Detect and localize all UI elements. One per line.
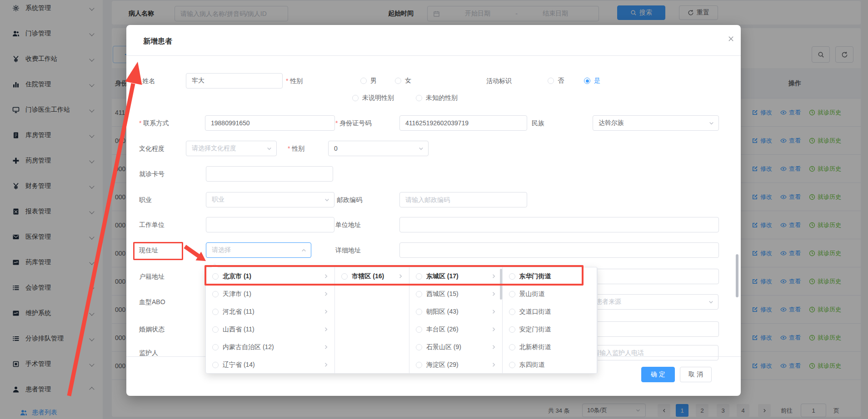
radio-icon[interactable] — [341, 273, 348, 280]
cascader-option[interactable]: 东华门街道 — [503, 267, 597, 285]
cascader-option-label: 市辖区 (16) — [352, 272, 384, 281]
cascader-city-column: 市辖区 (16) — [335, 267, 409, 373]
radio-icon[interactable] — [509, 273, 515, 280]
radio-icon[interactable] — [509, 326, 515, 333]
active-flag-radio-yes[interactable]: 是 — [584, 76, 600, 85]
gender-code-select[interactable]: 0 — [328, 141, 429, 156]
guardian-phone-input[interactable] — [587, 345, 718, 360]
cascader-option[interactable]: 北京市 (1) — [206, 267, 334, 285]
cascader-option[interactable]: 丰台区 (26) — [409, 320, 502, 338]
radio-icon[interactable] — [509, 362, 515, 368]
radio-icon[interactable] — [212, 291, 219, 297]
cascader-option-label: 朝阳区 (43) — [426, 308, 459, 316]
cancel-button[interactable]: 取 消 — [680, 367, 712, 382]
chevron-right-icon — [491, 326, 497, 332]
card-no-label: 就诊卡号 — [139, 166, 165, 182]
cascader-province-column: 北京市 (1) 天津市 (1) 河北省 (11) 山西省 (11) 内蒙古自治区… — [206, 267, 335, 373]
cascader-option[interactable]: 河北省 (11) — [206, 303, 334, 320]
cascader-option[interactable]: 海淀区 (29) — [409, 356, 502, 373]
chevron-right-icon — [491, 309, 497, 315]
chevron-right-icon — [323, 326, 329, 332]
chevron-down-icon — [266, 146, 272, 152]
radio-icon[interactable] — [509, 344, 515, 350]
active-flag-radio-no[interactable]: 否 — [548, 76, 564, 85]
radio-icon[interactable] — [509, 291, 515, 297]
cascader-option-label: 天津市 (1) — [223, 290, 251, 298]
cascader-option[interactable]: 内蒙古自治区 (12) — [206, 338, 334, 356]
modal-header-divider — [126, 55, 741, 56]
chevron-down-icon — [708, 120, 714, 126]
modal-scrollbar-thumb[interactable] — [736, 254, 738, 297]
occupation-select[interactable]: 职业 — [206, 192, 334, 207]
patient-management-page: 系统管理 门诊管理 收费工作站 住院管理 门诊医生工作站 库房管理 药房管理 财… — [0, 0, 868, 419]
detail-address-input[interactable] — [399, 242, 719, 258]
cascader-option[interactable]: 朝阳区 (43) — [409, 303, 502, 320]
gender-radio-unexplained[interactable]: 未说明性别 — [352, 94, 394, 103]
close-icon[interactable] — [725, 33, 736, 44]
chevron-right-icon — [398, 273, 404, 279]
radio-icon[interactable] — [212, 309, 219, 315]
marital-label: 婚姻状态 — [139, 321, 165, 337]
radio-icon[interactable] — [416, 309, 422, 315]
radio-icon[interactable] — [212, 326, 219, 333]
cascader-option-label: 海淀区 (29) — [426, 361, 459, 369]
postcode-input[interactable] — [399, 192, 527, 207]
cascader-option-label: 山西省 (11) — [223, 325, 254, 334]
cascader-option[interactable]: 景山街道 — [503, 285, 597, 303]
cascader-option-label: 景山街道 — [519, 290, 545, 298]
radio-icon[interactable] — [416, 326, 422, 333]
radio-icon[interactable] — [416, 362, 422, 368]
radio-icon[interactable] — [212, 273, 219, 280]
confirm-button[interactable]: 确 定 — [641, 367, 675, 382]
cascader-option[interactable]: 交道口街道 — [503, 303, 597, 320]
radio-icon[interactable] — [509, 309, 515, 315]
cascader-option-label: 安定门街道 — [519, 325, 551, 334]
cascader-option[interactable]: 东四街道 — [503, 356, 597, 373]
chevron-right-icon — [491, 344, 497, 350]
chevron-right-icon — [491, 273, 497, 279]
gender-radio-male[interactable]: 男 — [360, 76, 377, 85]
chevron-down-icon — [708, 299, 714, 305]
cascader-option-label: 丰台区 (26) — [426, 325, 459, 334]
name-input[interactable] — [186, 73, 283, 89]
id-card-input[interactable] — [399, 115, 527, 131]
chevron-down-icon — [324, 197, 330, 203]
cascader-option[interactable]: 天津市 (1) — [206, 285, 334, 303]
radio-icon[interactable] — [212, 344, 219, 350]
chevron-down-icon — [418, 146, 424, 152]
cascader-option[interactable]: 石景山区 (9) — [409, 338, 502, 356]
guardian-label: 监护人 — [139, 345, 158, 360]
radio-icon[interactable] — [212, 362, 219, 368]
cascader-option[interactable]: 山西省 (11) — [206, 320, 334, 338]
radio-icon[interactable] — [416, 291, 422, 297]
cascader-scrollbar-thumb[interactable] — [500, 269, 502, 300]
cascader-option[interactable]: 市辖区 (16) — [335, 267, 409, 285]
cascader-option[interactable]: 辽宁省 (14) — [206, 356, 334, 373]
active-flag-label: 活动标识 — [486, 73, 512, 89]
chevron-right-icon — [323, 344, 329, 350]
work-unit-input[interactable] — [206, 217, 334, 232]
cascader-option-label: 辽宁省 (14) — [223, 361, 255, 369]
phone-input[interactable] — [205, 115, 335, 131]
patient-source-select[interactable]: 患者来源 — [590, 294, 718, 310]
unit-address-input[interactable] — [399, 217, 719, 232]
gender-radio-female[interactable]: 女 — [395, 76, 411, 85]
education-select[interactable]: 请选择文化程度 — [186, 141, 277, 156]
radio-icon[interactable] — [416, 273, 422, 280]
cascader-option-label: 石景山区 (9) — [426, 343, 461, 351]
chevron-right-icon — [323, 273, 329, 279]
cascader-option[interactable]: 东城区 (17) — [409, 267, 502, 285]
cascader-option[interactable]: 安定门街道 — [503, 320, 597, 338]
nation-select[interactable]: 达斡尔族 — [593, 115, 719, 131]
cascader-option[interactable]: 西城区 (15) — [409, 285, 502, 303]
chevron-right-icon — [323, 309, 329, 315]
work-unit-label: 工作单位 — [139, 217, 165, 232]
card-no-input[interactable] — [206, 166, 333, 182]
cascader-option-label: 河北省 (11) — [223, 308, 254, 316]
gender-radio-unknown[interactable]: 未知的性别 — [416, 94, 458, 103]
cascader-option[interactable]: 北新桥街道 — [503, 338, 597, 356]
radio-icon[interactable] — [416, 344, 422, 350]
chevron-right-icon — [491, 362, 497, 368]
current-address-select[interactable]: 请选择 — [206, 242, 311, 258]
cascader-option-label: 东四街道 — [519, 361, 545, 369]
